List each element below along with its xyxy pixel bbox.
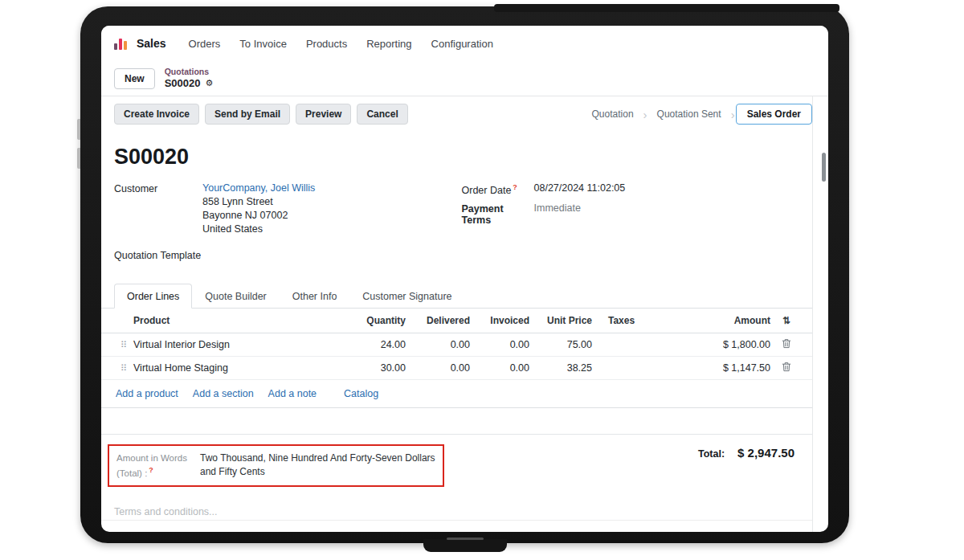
- cell-delivered[interactable]: 0.00: [409, 339, 473, 350]
- add-product-link[interactable]: Add a product: [116, 388, 178, 399]
- stage-sales-order[interactable]: Sales Order: [736, 104, 812, 125]
- drag-handle-icon[interactable]: ⠿: [114, 340, 133, 350]
- app-name[interactable]: Sales: [137, 37, 166, 50]
- chevron-right-icon: ›: [643, 108, 647, 121]
- control-panel: Create Invoice Send by Email Preview Can…: [101, 96, 812, 132]
- form-fields: Customer YourCompany, Joel Willis 858 Ly…: [114, 182, 799, 268]
- gear-icon[interactable]: ⚙: [206, 78, 214, 88]
- terms-placeholder[interactable]: Terms and conditions...: [114, 506, 799, 517]
- cell-unit-price[interactable]: 75.00: [533, 339, 595, 350]
- menu-reporting[interactable]: Reporting: [366, 38, 411, 50]
- sort-icon[interactable]: ⇅: [782, 315, 790, 326]
- tab-customer-signature[interactable]: Customer Signature: [349, 284, 464, 309]
- cell-amount: $ 1,800.00: [679, 339, 774, 350]
- totals-divider: [101, 434, 812, 435]
- col-unit-price: Unit Price: [533, 315, 595, 326]
- app-icon-bar: [114, 43, 117, 50]
- tablet-side-button: [77, 148, 80, 169]
- app-icon-bar: [124, 41, 127, 50]
- col-taxes: Taxes: [595, 315, 679, 326]
- cell-invoiced[interactable]: 0.00: [473, 362, 533, 374]
- status-pipeline: Quotation › Quotation Sent › Sales Order: [583, 104, 812, 125]
- quotation-template-label[interactable]: Quotation Template: [114, 249, 201, 261]
- breadcrumb-quotations-link[interactable]: Quotations: [165, 67, 214, 77]
- preview-button[interactable]: Preview: [296, 104, 351, 125]
- cell-product[interactable]: Virtual Home Staging: [133, 362, 338, 374]
- total-value: $ 2,947.50: [737, 446, 794, 460]
- order-total: Total: $ 2,947.50: [698, 446, 799, 460]
- action-buttons: Create Invoice Send by Email Preview Can…: [114, 104, 408, 125]
- stage-quotation[interactable]: Quotation: [583, 105, 643, 123]
- app-icon-bar: [119, 39, 122, 50]
- tab-order-lines[interactable]: Order Lines: [114, 284, 192, 309]
- amount-in-words-line2: and Fifty Cents: [200, 465, 435, 479]
- menu-orders[interactable]: Orders: [189, 38, 221, 50]
- col-invoiced: Invoiced: [473, 315, 533, 326]
- help-icon: ?: [149, 466, 153, 474]
- tablet-top-edge: [494, 4, 839, 12]
- payment-terms-label: Payment Terms: [462, 202, 534, 226]
- home-indicator: [447, 538, 484, 540]
- sales-app-icon[interactable]: [114, 37, 127, 50]
- create-invoice-button[interactable]: Create Invoice: [114, 104, 199, 125]
- customer-link[interactable]: YourCompany, Joel Willis: [202, 182, 315, 194]
- amount-in-words-line1: Two Thousand, Nine Hundred And Forty-Sev…: [200, 452, 435, 465]
- cell-amount: $ 1,147.50: [679, 362, 774, 374]
- menu-to-invoice[interactable]: To Invoice: [239, 38, 287, 50]
- col-quantity: Quantity: [338, 315, 409, 326]
- cell-delivered[interactable]: 0.00: [409, 362, 473, 374]
- chevron-right-icon: ›: [731, 108, 735, 121]
- stage-quotation-sent[interactable]: Quotation Sent: [648, 105, 730, 123]
- tablet-frame: Sales Orders To Invoice Products Reporti…: [80, 6, 849, 543]
- order-date-label: Order Date?: [462, 182, 534, 196]
- cell-quantity[interactable]: 30.00: [338, 362, 409, 374]
- customer-address-line: Bayonne NJ 07002: [202, 210, 315, 221]
- tab-other-info[interactable]: Other Info: [280, 284, 350, 309]
- catalog-link[interactable]: Catalog: [344, 388, 378, 399]
- breadcrumb-current: S00020: [165, 77, 201, 90]
- app-window: Sales Orders To Invoice Products Reporti…: [101, 26, 828, 532]
- breadcrumb-current-row: S00020 ⚙: [165, 77, 214, 90]
- amount-in-words-highlight: Amount in Words (Total) :? Two Thousand,…: [108, 444, 444, 487]
- main-menu: Orders To Invoice Products Reporting Con…: [189, 38, 493, 50]
- trash-icon[interactable]: [782, 338, 791, 349]
- order-line-row[interactable]: ⠿ Virtual Interior Design 24.00 0.00 0.0…: [101, 333, 812, 357]
- tablet-side-button: [77, 119, 80, 140]
- amount-in-words-label-line1: Amount in Words: [116, 452, 192, 465]
- scrollbar-thumb[interactable]: [822, 153, 826, 182]
- trash-icon[interactable]: [782, 362, 791, 372]
- breadcrumb-bar: New Quotations S00020 ⚙: [101, 61, 828, 96]
- order-line-row[interactable]: ⠿ Virtual Home Staging 30.00 0.00 0.00 3…: [101, 357, 812, 380]
- amount-in-words-value: Two Thousand, Nine Hundred And Forty-Sev…: [200, 452, 435, 480]
- new-button[interactable]: New: [114, 68, 155, 89]
- cell-quantity[interactable]: 24.00: [338, 339, 409, 350]
- customer-address-line: United States: [202, 223, 315, 235]
- order-date-value[interactable]: 08/27/2024 11:02:05: [534, 182, 626, 196]
- notebook-tabs: Order Lines Quote Builder Other Info Cus…: [101, 284, 812, 309]
- cell-invoiced[interactable]: 0.00: [473, 339, 533, 350]
- tab-quote-builder[interactable]: Quote Builder: [192, 284, 279, 309]
- add-note-link[interactable]: Add a note: [268, 388, 317, 399]
- page-background: Sales Orders To Invoice Products Reporti…: [0, 0, 964, 560]
- customer-field: YourCompany, Joel Willis 858 Lynn Street…: [202, 182, 315, 235]
- cancel-button[interactable]: Cancel: [357, 104, 407, 125]
- col-amount: Amount: [679, 315, 774, 326]
- customer-label: Customer: [114, 182, 202, 235]
- menu-products[interactable]: Products: [306, 38, 347, 50]
- help-icon: ?: [513, 183, 517, 191]
- order-lines-table: Product Quantity Delivered Invoiced Unit…: [101, 309, 812, 408]
- col-product: Product: [133, 315, 338, 326]
- col-delivered: Delivered: [409, 315, 473, 326]
- totals-section: Amount in Words (Total) :? Two Thousand,…: [114, 444, 799, 487]
- add-section-link[interactable]: Add a section: [193, 388, 254, 399]
- order-title: S00020: [114, 145, 799, 170]
- breadcrumb: Quotations S00020 ⚙: [165, 67, 214, 89]
- drag-handle-icon[interactable]: ⠿: [114, 363, 133, 374]
- menu-configuration[interactable]: Configuration: [431, 38, 493, 50]
- cell-unit-price[interactable]: 38.25: [533, 362, 595, 374]
- top-navbar: Sales Orders To Invoice Products Reporti…: [101, 26, 828, 61]
- customer-address-line: 858 Lynn Street: [202, 196, 315, 207]
- cell-product[interactable]: Virtual Interior Design: [133, 339, 338, 350]
- send-by-email-button[interactable]: Send by Email: [205, 104, 290, 125]
- payment-terms-value[interactable]: Immediate: [534, 202, 581, 226]
